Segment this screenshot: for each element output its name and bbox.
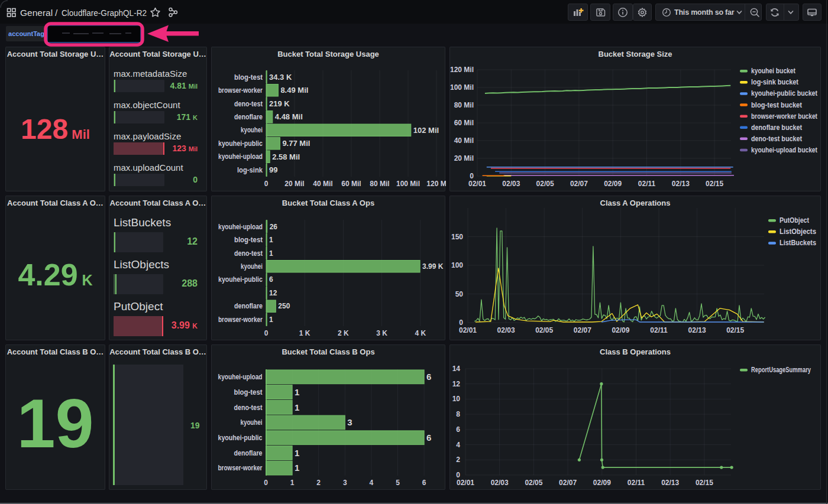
svg-text:1: 1 <box>269 316 273 324</box>
svg-text:6: 6 <box>426 433 431 443</box>
svg-text:6: 6 <box>422 479 426 487</box>
svg-text:6: 6 <box>426 372 431 382</box>
svg-text:40 Mil: 40 Mil <box>454 136 474 145</box>
svg-text:02/11: 02/11 <box>638 180 656 188</box>
svg-text:3 K: 3 K <box>376 329 387 337</box>
svg-text:kyouhei-upload: kyouhei-upload <box>218 152 263 161</box>
svg-text:General: General <box>20 8 53 18</box>
svg-text:120 M: 120 M <box>426 180 446 188</box>
svg-text:8.49 Mil: 8.49 Mil <box>280 86 308 95</box>
svg-text:0: 0 <box>456 471 460 479</box>
svg-text:Cloudflare-GraphQL-R2: Cloudflare-GraphQL-R2 <box>62 8 147 18</box>
svg-text:browser-worker: browser-worker <box>218 86 263 95</box>
svg-text:02/03: 02/03 <box>502 180 520 188</box>
svg-text:3: 3 <box>343 479 347 487</box>
svg-text:02/11: 02/11 <box>650 326 668 334</box>
svg-text:02/11: 02/11 <box>628 479 645 487</box>
svg-text:4: 4 <box>370 479 374 487</box>
svg-text:denoflare: denoflare <box>234 449 263 457</box>
svg-text:02/01: 02/01 <box>459 326 477 334</box>
svg-text:3: 3 <box>347 417 352 427</box>
svg-text:100: 100 <box>451 261 463 269</box>
svg-text:denoflare: denoflare <box>234 113 263 121</box>
svg-text:ListObjects: ListObjects <box>780 227 816 236</box>
svg-text:02/03: 02/03 <box>491 479 509 487</box>
svg-text:/: / <box>55 8 58 18</box>
svg-text:kyouhei-upload: kyouhei-upload <box>218 373 263 381</box>
svg-text:6: 6 <box>456 425 460 434</box>
svg-text:2: 2 <box>316 479 321 487</box>
svg-text:kyouhei bucket: kyouhei bucket <box>751 67 795 75</box>
svg-text:log-sink: log-sink <box>237 166 263 174</box>
svg-text:250: 250 <box>278 302 290 310</box>
svg-text:1: 1 <box>295 387 299 397</box>
svg-text:1: 1 <box>295 463 299 473</box>
svg-text:1: 1 <box>295 402 299 412</box>
svg-text:26: 26 <box>270 223 278 231</box>
svg-text:PutObject: PutObject <box>780 216 809 225</box>
svg-text:ListBuckets: ListBuckets <box>780 239 816 247</box>
svg-text:02/01: 02/01 <box>457 479 474 487</box>
svg-text:deno-test: deno-test <box>234 249 263 258</box>
svg-text:0: 0 <box>459 318 463 327</box>
svg-text:4.48 Mil: 4.48 Mil <box>275 112 303 121</box>
svg-text:browser-worker: browser-worker <box>218 316 263 324</box>
svg-text:8: 8 <box>456 410 460 418</box>
svg-text:deno-test: deno-test <box>234 100 263 108</box>
svg-text:50: 50 <box>455 290 464 298</box>
svg-text:denoflare bucket: denoflare bucket <box>751 123 802 132</box>
svg-text:kyouhei-public bucket: kyouhei-public bucket <box>751 89 817 97</box>
svg-text:kyouhei-upload: kyouhei-upload <box>218 223 263 231</box>
svg-text:1: 1 <box>290 479 295 487</box>
svg-text:2.58 Mil: 2.58 Mil <box>272 152 300 161</box>
svg-text:60 Mil: 60 Mil <box>454 119 474 127</box>
svg-text:0: 0 <box>264 329 269 337</box>
svg-text:14: 14 <box>452 365 461 373</box>
svg-text:02/09: 02/09 <box>612 326 629 334</box>
svg-text:blog-test bucket: blog-test bucket <box>751 101 802 109</box>
svg-text:0: 0 <box>264 479 268 487</box>
svg-text:02/05: 02/05 <box>535 326 553 334</box>
svg-text:12: 12 <box>269 289 277 297</box>
svg-text:20 Mil: 20 Mil <box>284 180 304 188</box>
svg-text:log-sink bucket: log-sink bucket <box>751 78 798 86</box>
svg-text:browser-worker: browser-worker <box>218 464 263 472</box>
svg-text:5: 5 <box>396 479 400 487</box>
svg-text:deno-test bucket: deno-test bucket <box>751 135 802 143</box>
svg-text:0: 0 <box>264 180 269 188</box>
svg-text:4 K: 4 K <box>415 329 426 337</box>
svg-text:102 Mil: 102 Mil <box>413 126 439 135</box>
svg-text:02/05: 02/05 <box>525 479 542 487</box>
svg-text:150: 150 <box>451 233 463 241</box>
svg-text:ReportUsageSummary: ReportUsageSummary <box>751 366 811 374</box>
svg-text:100 Mil: 100 Mil <box>396 180 420 188</box>
svg-text:80 Mil: 80 Mil <box>370 180 389 188</box>
svg-text:02/07: 02/07 <box>559 479 577 487</box>
svg-text:kyouhei-public: kyouhei-public <box>218 139 263 148</box>
svg-text:kyouhei: kyouhei <box>241 262 263 271</box>
svg-text:12: 12 <box>452 380 461 388</box>
svg-text:120 Mil: 120 Mil <box>450 66 474 74</box>
svg-text:kyouhei: kyouhei <box>241 418 263 427</box>
svg-text:1: 1 <box>269 236 273 244</box>
svg-text:100 Mil: 100 Mil <box>450 83 474 92</box>
svg-text:kyouhei-public: kyouhei-public <box>218 434 263 442</box>
svg-text:6: 6 <box>269 275 273 284</box>
svg-text:10: 10 <box>452 395 461 403</box>
svg-text:1 K: 1 K <box>299 329 310 337</box>
svg-text:02/15: 02/15 <box>696 479 713 487</box>
svg-text:4: 4 <box>456 441 460 449</box>
svg-text:02/07: 02/07 <box>574 326 591 334</box>
svg-text:9.77 Mil: 9.77 Mil <box>282 139 310 148</box>
svg-text:34.3 K: 34.3 K <box>269 73 292 82</box>
svg-text:02/09: 02/09 <box>604 180 622 188</box>
svg-text:kyouhei-upload bucket: kyouhei-upload bucket <box>751 146 817 154</box>
svg-text:02/09: 02/09 <box>593 479 611 487</box>
svg-text:02/01: 02/01 <box>468 180 486 188</box>
svg-text:2: 2 <box>456 456 460 464</box>
svg-text:02/13: 02/13 <box>661 479 679 487</box>
svg-text:02/03: 02/03 <box>497 326 515 334</box>
svg-text:02/07: 02/07 <box>570 180 588 188</box>
svg-text:kyouhei-public: kyouhei-public <box>218 275 263 284</box>
svg-text:02/13: 02/13 <box>688 326 706 334</box>
